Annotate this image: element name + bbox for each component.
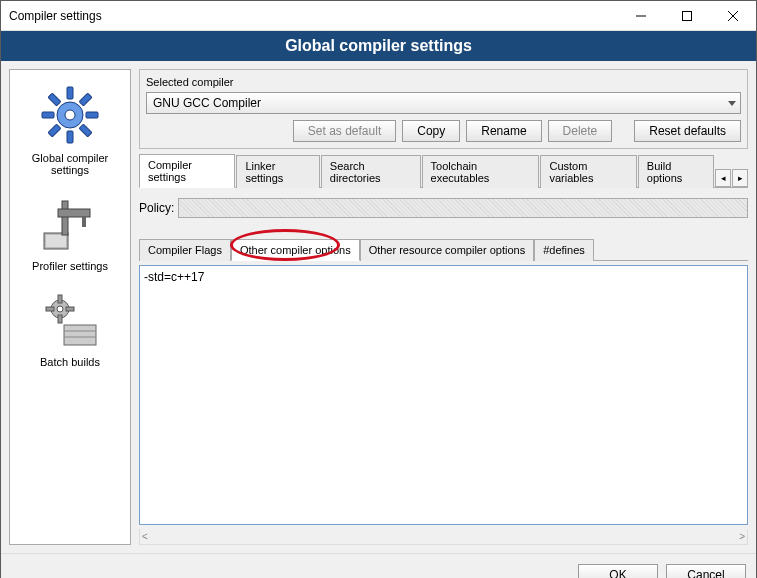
compiler-options-textarea[interactable] [139,265,748,525]
selected-compiler-group: Selected compiler GNU GCC Compiler Set a… [139,69,748,149]
compiler-buttons: Set as default Copy Rename Delete Reset … [146,120,741,142]
sidebar-item-label: Global compiler settings [12,152,128,176]
svg-rect-18 [82,217,86,227]
main-panel: Selected compiler GNU GCC Compiler Set a… [139,69,748,545]
ok-button[interactable]: OK [578,564,658,578]
svg-rect-9 [86,112,98,118]
sidebar-item-profiler[interactable]: Profiler settings [10,184,130,276]
subtab-other-compiler-options[interactable]: Other compiler options [231,239,360,261]
copy-button[interactable]: Copy [402,120,460,142]
selected-compiler-label: Selected compiler [146,76,741,88]
profiler-icon [35,188,105,258]
horizontal-scrollbar[interactable]: < > [139,529,748,545]
svg-rect-23 [46,307,54,311]
chevron-down-icon [728,96,736,110]
svg-rect-8 [42,112,54,118]
subtab-other-resource-compiler-options[interactable]: Other resource compiler options [360,239,535,261]
svg-rect-16 [62,201,68,235]
minimize-button[interactable] [618,1,664,31]
svg-rect-7 [67,131,73,143]
svg-rect-11 [48,124,61,137]
scroll-left-icon: < [142,531,148,542]
policy-row: Policy: [139,198,748,218]
cancel-button[interactable]: Cancel [666,564,746,578]
svg-rect-1 [683,12,692,21]
svg-rect-21 [58,295,62,303]
tab-nav-right[interactable]: ▸ [732,169,748,187]
body: Global compiler settings Profiler settin… [1,61,756,553]
sidebar-item-batch[interactable]: Batch builds [10,280,130,372]
tab-toolchain-executables[interactable]: Toolchain executables [422,155,540,188]
window: Compiler settings Global compiler settin… [0,0,757,578]
sub-tabstrip: Compiler Flags Other compiler options Ot… [139,238,748,261]
sidebar-item-label: Profiler settings [32,260,108,272]
sidebar-item-label: Batch builds [40,356,100,368]
svg-rect-10 [79,93,92,106]
sidebar-item-global-compiler[interactable]: Global compiler settings [10,76,130,180]
tab-nav: ◂ ▸ [715,169,748,187]
subtab-compiler-flags[interactable]: Compiler Flags [139,239,231,261]
svg-rect-13 [79,124,92,137]
close-button[interactable] [710,1,756,31]
sidebar: Global compiler settings Profiler settin… [9,69,131,545]
rename-button[interactable]: Rename [466,120,541,142]
svg-point-20 [57,306,63,312]
tab-nav-left[interactable]: ◂ [715,169,731,187]
banner-title: Global compiler settings [1,31,756,61]
close-icon [728,11,738,21]
tab-linker-settings[interactable]: Linker settings [236,155,319,188]
policy-label: Policy: [139,201,174,215]
compiler-select[interactable]: GNU GCC Compiler [146,92,741,114]
scroll-right-icon: > [739,531,745,542]
reset-defaults-button[interactable]: Reset defaults [634,120,741,142]
batch-icon [35,284,105,354]
compiler-select-value: GNU GCC Compiler [153,96,261,110]
window-title: Compiler settings [9,9,618,23]
svg-rect-22 [58,315,62,323]
maximize-button[interactable] [664,1,710,31]
svg-rect-12 [48,93,61,106]
gear-icon [35,80,105,150]
subtab-defines[interactable]: #defines [534,239,594,261]
svg-point-5 [65,110,75,120]
minimize-icon [636,11,646,21]
main-tabstrip: Compiler settings Linker settings Search… [139,153,748,188]
svg-rect-17 [58,209,90,217]
tab-search-directories[interactable]: Search directories [321,155,421,188]
tab-custom-variables[interactable]: Custom variables [540,155,636,188]
delete-button[interactable]: Delete [548,120,613,142]
titlebar-buttons [618,1,756,30]
titlebar: Compiler settings [1,1,756,31]
svg-rect-6 [67,87,73,99]
tab-build-options[interactable]: Build options [638,155,714,188]
svg-rect-24 [66,307,74,311]
policy-select[interactable] [178,198,748,218]
maximize-icon [682,11,692,21]
set-default-button[interactable]: Set as default [293,120,396,142]
tab-compiler-settings[interactable]: Compiler settings [139,154,235,188]
svg-marker-28 [728,101,736,106]
footer: OK Cancel [1,553,756,578]
svg-rect-15 [46,235,66,247]
svg-rect-25 [64,325,96,345]
